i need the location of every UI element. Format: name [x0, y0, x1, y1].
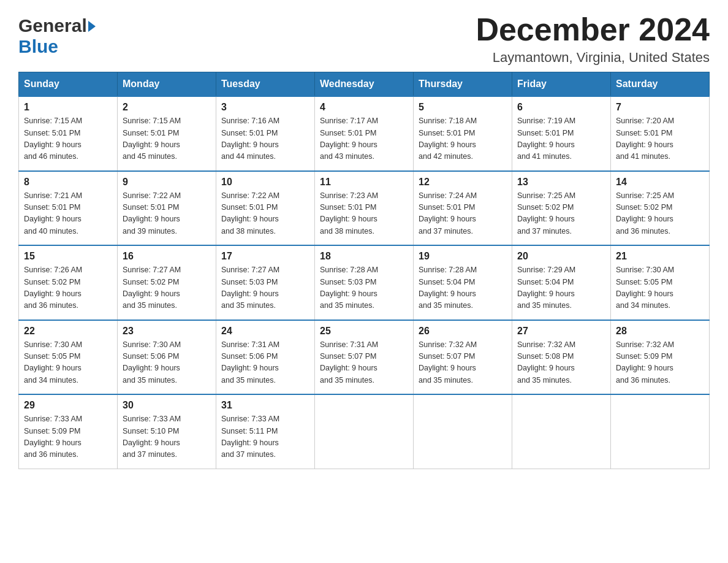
day-number: 23 — [123, 326, 211, 337]
day-number: 25 — [320, 326, 408, 337]
day-info: Sunrise: 7:29 AMSunset: 5:04 PMDaylight:… — [517, 264, 605, 312]
day-info: Sunrise: 7:32 AMSunset: 5:08 PMDaylight:… — [517, 339, 605, 387]
calendar-cell: 31Sunrise: 7:33 AMSunset: 5:11 PMDayligh… — [216, 394, 315, 469]
calendar-week-row: 1Sunrise: 7:15 AMSunset: 5:01 PMDaylight… — [19, 96, 710, 171]
day-number: 30 — [123, 400, 211, 411]
calendar-cell: 30Sunrise: 7:33 AMSunset: 5:10 PMDayligh… — [118, 394, 216, 469]
month-title: December 2024 — [476, 12, 710, 47]
day-info: Sunrise: 7:33 AMSunset: 5:11 PMDaylight:… — [221, 413, 309, 461]
day-number: 22 — [24, 326, 112, 337]
day-number: 12 — [419, 177, 507, 188]
calendar-cell — [315, 394, 414, 469]
day-info: Sunrise: 7:28 AMSunset: 5:03 PMDaylight:… — [320, 264, 408, 312]
day-info: Sunrise: 7:33 AMSunset: 5:09 PMDaylight:… — [24, 413, 112, 461]
calendar-cell: 7Sunrise: 7:20 AMSunset: 5:01 PMDaylight… — [611, 96, 710, 171]
weekday-header-monday: Monday — [118, 72, 216, 97]
day-number: 9 — [123, 177, 211, 188]
calendar-cell: 22Sunrise: 7:30 AMSunset: 5:05 PMDayligh… — [19, 320, 118, 395]
calendar-cell: 19Sunrise: 7:28 AMSunset: 5:04 PMDayligh… — [414, 245, 512, 320]
title-block: December 2024 Laymantown, Virginia, Unit… — [476, 12, 710, 66]
calendar-cell: 11Sunrise: 7:23 AMSunset: 5:01 PMDayligh… — [315, 171, 414, 246]
day-number: 18 — [320, 251, 408, 262]
calendar-cell: 13Sunrise: 7:25 AMSunset: 5:02 PMDayligh… — [512, 171, 611, 246]
calendar-cell — [414, 394, 512, 469]
weekday-header-tuesday: Tuesday — [216, 72, 315, 97]
day-number: 24 — [221, 326, 309, 337]
day-number: 14 — [616, 177, 704, 188]
calendar-cell: 26Sunrise: 7:32 AMSunset: 5:07 PMDayligh… — [414, 320, 512, 395]
weekday-header-row: SundayMondayTuesdayWednesdayThursdayFrid… — [19, 72, 710, 97]
calendar-cell: 17Sunrise: 7:27 AMSunset: 5:03 PMDayligh… — [216, 245, 315, 320]
day-number: 20 — [517, 251, 605, 262]
day-number: 11 — [320, 177, 408, 188]
day-info: Sunrise: 7:22 AMSunset: 5:01 PMDaylight:… — [123, 190, 211, 238]
calendar-cell: 16Sunrise: 7:27 AMSunset: 5:02 PMDayligh… — [118, 245, 216, 320]
calendar-cell: 24Sunrise: 7:31 AMSunset: 5:06 PMDayligh… — [216, 320, 315, 395]
day-info: Sunrise: 7:27 AMSunset: 5:02 PMDaylight:… — [123, 264, 211, 312]
calendar-header: SundayMondayTuesdayWednesdayThursdayFrid… — [19, 72, 710, 97]
day-info: Sunrise: 7:18 AMSunset: 5:01 PMDaylight:… — [419, 115, 507, 163]
weekday-header-friday: Friday — [512, 72, 611, 97]
calendar-cell: 20Sunrise: 7:29 AMSunset: 5:04 PMDayligh… — [512, 245, 611, 320]
day-info: Sunrise: 7:31 AMSunset: 5:06 PMDaylight:… — [221, 339, 309, 387]
day-info: Sunrise: 7:15 AMSunset: 5:01 PMDaylight:… — [24, 115, 112, 163]
day-info: Sunrise: 7:30 AMSunset: 5:05 PMDaylight:… — [616, 264, 704, 312]
day-number: 8 — [24, 177, 112, 188]
day-info: Sunrise: 7:23 AMSunset: 5:01 PMDaylight:… — [320, 190, 408, 238]
day-info: Sunrise: 7:22 AMSunset: 5:01 PMDaylight:… — [221, 190, 309, 238]
day-info: Sunrise: 7:28 AMSunset: 5:04 PMDaylight:… — [419, 264, 507, 312]
calendar-cell: 27Sunrise: 7:32 AMSunset: 5:08 PMDayligh… — [512, 320, 611, 395]
calendar-table: SundayMondayTuesdayWednesdayThursdayFrid… — [18, 72, 710, 469]
calendar-week-row: 15Sunrise: 7:26 AMSunset: 5:02 PMDayligh… — [19, 245, 710, 320]
calendar-cell: 5Sunrise: 7:18 AMSunset: 5:01 PMDaylight… — [414, 96, 512, 171]
calendar-cell: 15Sunrise: 7:26 AMSunset: 5:02 PMDayligh… — [19, 245, 118, 320]
weekday-header-thursday: Thursday — [414, 72, 512, 97]
page-header: General Blue December 2024 Laymantown, V… — [18, 12, 710, 66]
day-info: Sunrise: 7:32 AMSunset: 5:09 PMDaylight:… — [616, 339, 704, 387]
logo-blue-text: Blue — [18, 36, 58, 57]
day-number: 3 — [221, 102, 309, 113]
day-number: 1 — [24, 102, 112, 113]
calendar-cell: 1Sunrise: 7:15 AMSunset: 5:01 PMDaylight… — [19, 96, 118, 171]
day-info: Sunrise: 7:17 AMSunset: 5:01 PMDaylight:… — [320, 115, 408, 163]
calendar-week-row: 8Sunrise: 7:21 AMSunset: 5:01 PMDaylight… — [19, 171, 710, 246]
day-number: 13 — [517, 177, 605, 188]
day-info: Sunrise: 7:25 AMSunset: 5:02 PMDaylight:… — [616, 190, 704, 238]
day-number: 15 — [24, 251, 112, 262]
day-info: Sunrise: 7:16 AMSunset: 5:01 PMDaylight:… — [221, 115, 309, 163]
day-number: 7 — [616, 102, 704, 113]
day-number: 2 — [123, 102, 211, 113]
calendar-week-row: 22Sunrise: 7:30 AMSunset: 5:05 PMDayligh… — [19, 320, 710, 395]
day-number: 6 — [517, 102, 605, 113]
calendar-cell: 18Sunrise: 7:28 AMSunset: 5:03 PMDayligh… — [315, 245, 414, 320]
day-number: 10 — [221, 177, 309, 188]
calendar-cell: 21Sunrise: 7:30 AMSunset: 5:05 PMDayligh… — [611, 245, 710, 320]
calendar-cell: 23Sunrise: 7:30 AMSunset: 5:06 PMDayligh… — [118, 320, 216, 395]
day-number: 19 — [419, 251, 507, 262]
weekday-header-wednesday: Wednesday — [315, 72, 414, 97]
day-number: 29 — [24, 400, 112, 411]
calendar-cell: 6Sunrise: 7:19 AMSunset: 5:01 PMDaylight… — [512, 96, 611, 171]
day-number: 16 — [123, 251, 211, 262]
day-number: 28 — [616, 326, 704, 337]
calendar-cell: 8Sunrise: 7:21 AMSunset: 5:01 PMDaylight… — [19, 171, 118, 246]
calendar-cell: 10Sunrise: 7:22 AMSunset: 5:01 PMDayligh… — [216, 171, 315, 246]
day-number: 26 — [419, 326, 507, 337]
calendar-cell: 4Sunrise: 7:17 AMSunset: 5:01 PMDaylight… — [315, 96, 414, 171]
day-info: Sunrise: 7:24 AMSunset: 5:01 PMDaylight:… — [419, 190, 507, 238]
calendar-cell: 14Sunrise: 7:25 AMSunset: 5:02 PMDayligh… — [611, 171, 710, 246]
day-info: Sunrise: 7:20 AMSunset: 5:01 PMDaylight:… — [616, 115, 704, 163]
day-info: Sunrise: 7:31 AMSunset: 5:07 PMDaylight:… — [320, 339, 408, 387]
calendar-cell — [611, 394, 710, 469]
logo-general-text: General — [18, 15, 87, 36]
calendar-cell: 29Sunrise: 7:33 AMSunset: 5:09 PMDayligh… — [19, 394, 118, 469]
day-info: Sunrise: 7:27 AMSunset: 5:03 PMDaylight:… — [221, 264, 309, 312]
calendar-cell: 3Sunrise: 7:16 AMSunset: 5:01 PMDaylight… — [216, 96, 315, 171]
day-info: Sunrise: 7:15 AMSunset: 5:01 PMDaylight:… — [123, 115, 211, 163]
day-number: 4 — [320, 102, 408, 113]
calendar-cell: 28Sunrise: 7:32 AMSunset: 5:09 PMDayligh… — [611, 320, 710, 395]
calendar-cell: 12Sunrise: 7:24 AMSunset: 5:01 PMDayligh… — [414, 171, 512, 246]
calendar-cell: 2Sunrise: 7:15 AMSunset: 5:01 PMDaylight… — [118, 96, 216, 171]
calendar-cell — [512, 394, 611, 469]
calendar-week-row: 29Sunrise: 7:33 AMSunset: 5:09 PMDayligh… — [19, 394, 710, 469]
